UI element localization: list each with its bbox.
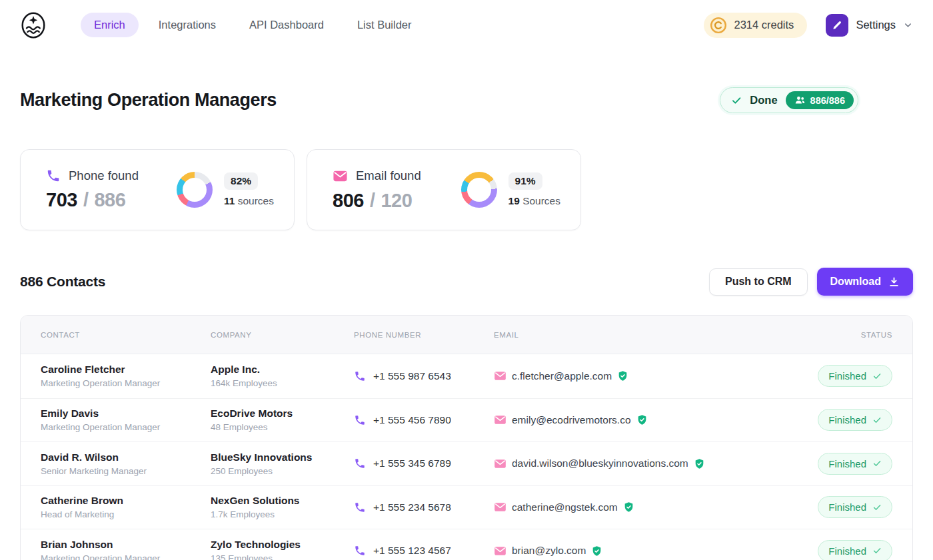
- envelope-icon: [494, 414, 506, 426]
- company-employees: 1.7k Employees: [211, 509, 354, 519]
- nav-item-api-dashboard[interactable]: API Dashboard: [236, 13, 337, 37]
- status-badge: Finished: [818, 409, 892, 431]
- status-badge: Finished: [818, 496, 892, 518]
- company-employees: 135 Employees: [211, 553, 354, 560]
- percent-badge: 82%: [224, 172, 258, 190]
- people-icon: [794, 95, 806, 106]
- app-logo-icon[interactable]: [18, 10, 49, 41]
- status-label: Finished: [828, 458, 866, 469]
- stat-total-value: 886: [94, 189, 125, 210]
- sources-word: sources: [238, 195, 274, 206]
- phone-icon: [354, 545, 366, 557]
- email-address: brian@zylo.com: [512, 545, 586, 557]
- table-body: Caroline Fletcher Marketing Operation Ma…: [21, 354, 912, 560]
- sources-count: 11 sources: [224, 195, 274, 207]
- contact-name: Catherine Brown: [41, 495, 211, 507]
- phone-icon: [354, 414, 366, 426]
- company-name: Zylo Technologies: [211, 539, 354, 551]
- envelope-icon: [494, 457, 506, 470]
- email-found-card: Email found 806/120 91% 19 Sources: [307, 149, 581, 230]
- nav-item-list-builder[interactable]: List Builder: [344, 13, 425, 37]
- status-badge: Finished: [818, 365, 892, 387]
- company-name: Apple Inc.: [211, 364, 354, 376]
- phone-number: +1 555 345 6789: [373, 457, 451, 469]
- contact-title: Marketing Operation Manager: [41, 422, 211, 432]
- status-badge: Finished: [818, 540, 892, 560]
- nav-item-integrations[interactable]: Integrations: [145, 13, 229, 37]
- phone-icon: [354, 370, 366, 382]
- table-header: CONTACT COMPANY PHONE NUMBER EMAIL STATU…: [21, 316, 912, 354]
- contact-name: Emily Davis: [41, 408, 211, 420]
- company-employees: 250 Employees: [211, 466, 354, 476]
- table-row[interactable]: Catherine Brown Head of Marketing NexGen…: [21, 485, 912, 529]
- verified-shield-icon: [694, 458, 705, 469]
- status-badge: Finished: [818, 453, 892, 475]
- page-title: Marketing Operation Managers: [20, 89, 277, 111]
- main-nav: Enrich Integrations API Dashboard List B…: [81, 13, 425, 37]
- status-label: Finished: [828, 414, 866, 425]
- sources-donut-chart: [177, 172, 213, 208]
- email-address: emily@ecodrivemotors.co: [512, 414, 631, 426]
- percent-badge: 91%: [508, 172, 542, 190]
- phone-number: +1 555 987 6543: [373, 370, 451, 382]
- status-label: Finished: [828, 370, 866, 382]
- stat-total-value: 120: [381, 190, 412, 211]
- column-header-company: COMPANY: [211, 331, 354, 339]
- check-icon: [872, 416, 882, 425]
- column-header-email: EMAIL: [494, 331, 786, 339]
- credits-badge[interactable]: 2314 credits: [704, 13, 807, 38]
- company-name: EcoDrive Motors: [211, 408, 354, 420]
- sources-count: 19 Sources: [508, 195, 560, 207]
- stat-label: Phone found: [69, 168, 139, 183]
- table-row[interactable]: Emily Davis Marketing Operation Manager …: [21, 398, 912, 442]
- nav-item-enrich[interactable]: Enrich: [81, 13, 139, 37]
- done-count-pill: 886/886: [786, 91, 854, 109]
- contact-name: Caroline Fletcher: [41, 364, 211, 376]
- contacts-table: CONTACT COMPANY PHONE NUMBER EMAIL STATU…: [20, 315, 913, 560]
- phone-icon: [354, 501, 366, 513]
- column-header-status: STATUS: [786, 331, 892, 339]
- envelope-icon: [494, 545, 506, 557]
- verified-shield-icon: [617, 370, 628, 382]
- sources-word: Sources: [522, 195, 560, 206]
- phone-number: +1 555 234 5678: [373, 501, 451, 513]
- company-employees: 48 Employees: [211, 422, 354, 432]
- download-label: Download: [830, 276, 881, 288]
- verified-shield-icon: [623, 501, 634, 513]
- phone-number: +1 555 123 4567: [373, 545, 451, 557]
- download-button[interactable]: Download: [817, 268, 913, 296]
- check-icon: [872, 503, 882, 512]
- table-row[interactable]: Brian Johnson Marketing Operation Manage…: [21, 529, 912, 560]
- status-label: Finished: [828, 545, 866, 557]
- download-icon: [888, 276, 900, 288]
- phone-icon: [46, 168, 61, 183]
- coin-icon: [710, 17, 727, 34]
- avatar: [826, 14, 848, 37]
- verified-shield-icon: [591, 545, 602, 557]
- stat-separator: /: [370, 190, 375, 211]
- stat-found-value: 703: [46, 189, 77, 210]
- verified-shield-icon: [636, 414, 648, 425]
- done-label: Done: [750, 94, 777, 107]
- push-to-crm-button[interactable]: Push to CRM: [709, 268, 808, 296]
- column-header-contact: CONTACT: [41, 331, 211, 339]
- check-icon: [872, 546, 882, 555]
- envelope-icon: [494, 501, 506, 513]
- company-employees: 164k Employees: [211, 378, 354, 388]
- contact-title: Marketing Operation Manager: [41, 553, 211, 560]
- email-address: c.fletcher@apple.com: [512, 370, 612, 382]
- email-address: catherine@ngstek.com: [512, 501, 618, 513]
- top-nav-bar: Enrich Integrations API Dashboard List B…: [0, 0, 933, 50]
- sources-number: 11: [224, 195, 235, 206]
- check-icon: [731, 95, 742, 106]
- phone-number: +1 555 456 7890: [373, 414, 451, 426]
- done-count: 886/886: [810, 95, 845, 106]
- credits-label: 2314 credits: [734, 19, 794, 31]
- settings-menu[interactable]: Settings: [826, 14, 913, 37]
- status-label: Finished: [828, 501, 866, 513]
- email-address: david.wilson@blueskyinnovations.com: [512, 457, 688, 469]
- contacts-heading: 886 Contacts: [20, 274, 105, 290]
- table-row[interactable]: Caroline Fletcher Marketing Operation Ma…: [21, 354, 912, 398]
- contact-name: David R. Wilson: [41, 451, 211, 463]
- table-row[interactable]: David R. Wilson Senior Marketing Manager…: [21, 441, 912, 485]
